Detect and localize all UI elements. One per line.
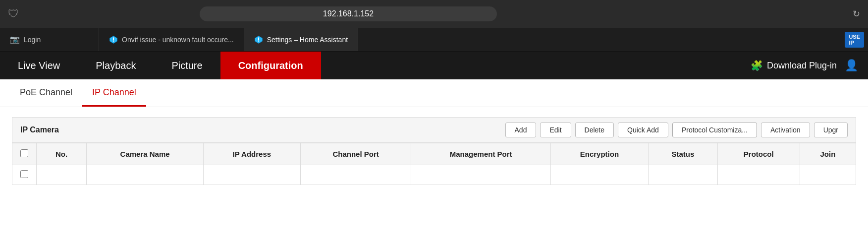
column-ip-address: IP Address xyxy=(203,143,300,165)
user-icon[interactable]: 👤 xyxy=(845,59,858,72)
refresh-button[interactable]: ↻ xyxy=(853,8,860,19)
column-protocol: Protocol xyxy=(717,143,800,165)
camera-icon: 📷 xyxy=(10,35,20,44)
row-camera-name xyxy=(87,165,204,185)
activation-button[interactable]: Activation xyxy=(761,123,810,137)
nav-configuration[interactable]: Configuration xyxy=(220,52,321,79)
tab-onvif[interactable]: Onvif issue - unknown fault occure... xyxy=(99,28,244,51)
column-join: Join xyxy=(800,143,856,165)
row-ip-address xyxy=(203,165,300,185)
sub-tab-ip-channel[interactable]: IP Channel xyxy=(82,79,146,107)
svg-point-3 xyxy=(258,41,259,42)
quick-add-button[interactable]: Quick Add xyxy=(618,123,668,137)
ip-camera-table: No. Camera Name IP Address Channel Port … xyxy=(12,143,856,185)
tab-login[interactable]: 📷 Login xyxy=(0,28,99,51)
address-text: 192.168.1.152 xyxy=(323,9,374,18)
edit-button[interactable]: Edit xyxy=(540,123,571,137)
row-protocol xyxy=(717,165,800,185)
column-checkbox xyxy=(12,143,37,165)
address-bar[interactable]: 192.168.1.152 xyxy=(200,6,497,21)
row-status xyxy=(649,165,718,185)
row-management-port xyxy=(411,165,550,185)
table-row xyxy=(12,165,856,185)
row-channel-port xyxy=(300,165,411,185)
download-plugin-button[interactable]: 🧩 Download Plug-in xyxy=(751,60,837,71)
row-no xyxy=(37,165,87,185)
column-camera-name: Camera Name xyxy=(87,143,204,165)
tab-onvif-label: Onvif issue - unknown fault occure... xyxy=(122,36,234,44)
use-ip-badge: USEIP xyxy=(845,32,864,48)
sub-tab-bar: PoE Channel IP Channel xyxy=(0,79,868,107)
delete-button[interactable]: Delete xyxy=(575,123,614,137)
nav-right-area: 🧩 Download Plug-in 👤 xyxy=(751,59,868,72)
row-checkbox[interactable] xyxy=(20,170,28,178)
ha-icon-settings xyxy=(254,35,263,44)
tab-login-label: Login xyxy=(24,36,41,44)
column-status: Status xyxy=(649,143,718,165)
table-title: IP Camera xyxy=(20,125,59,134)
nav-picture[interactable]: Picture xyxy=(154,52,220,79)
tab-bar: 📷 Login Onvif issue - unknown fault occu… xyxy=(0,28,868,52)
sub-tab-poe-channel[interactable]: PoE Channel xyxy=(10,79,82,107)
tab-settings-ha-label: Settings – Home Assistant xyxy=(267,36,348,44)
nav-playback[interactable]: Playback xyxy=(78,52,154,79)
download-plugin-label: Download Plug-in xyxy=(767,61,837,71)
shield-icon: 🛡 xyxy=(8,7,19,20)
puzzle-icon: 🧩 xyxy=(751,60,763,71)
column-channel-port: Channel Port xyxy=(300,143,411,165)
column-management-port: Management Port xyxy=(411,143,550,165)
table-area: IP Camera Add Edit Delete Quick Add Prot… xyxy=(0,107,868,195)
ha-icon-onvif xyxy=(109,35,118,44)
browser-chrome: 🛡 192.168.1.152 ↻ xyxy=(0,0,868,28)
select-all-checkbox[interactable] xyxy=(20,149,28,157)
table-toolbar: IP Camera Add Edit Delete Quick Add Prot… xyxy=(12,117,856,143)
column-no: No. xyxy=(37,143,87,165)
main-nav: Live View Playback Picture Configuration… xyxy=(0,52,868,79)
upgrade-button[interactable]: Upgr xyxy=(814,123,848,137)
row-join xyxy=(800,165,856,185)
table-header-row: No. Camera Name IP Address Channel Port … xyxy=(12,143,856,165)
add-button[interactable]: Add xyxy=(505,123,537,137)
nav-live-view[interactable]: Live View xyxy=(0,52,78,79)
protocol-customize-button[interactable]: Protocol Customiza... xyxy=(672,123,757,137)
row-encryption xyxy=(550,165,648,185)
svg-point-1 xyxy=(113,41,114,42)
column-encryption: Encryption xyxy=(550,143,648,165)
tab-settings-ha[interactable]: Settings – Home Assistant xyxy=(244,28,358,51)
